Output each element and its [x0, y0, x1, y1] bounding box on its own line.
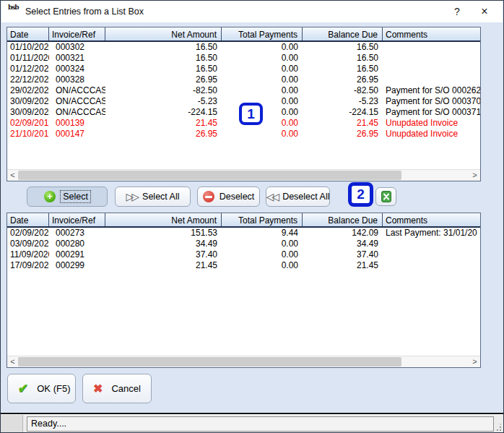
cell-ref: 000273: [49, 228, 105, 239]
ok-button[interactable]: ✔ OK (F5): [7, 374, 76, 403]
cell-date: 17/09/2020: [7, 260, 49, 271]
cell-date: 22/12/2020: [7, 74, 49, 85]
cell-paid: 0.00: [222, 74, 303, 85]
cell-date: 01/11/2020: [7, 53, 49, 64]
cell-ref: 000299: [49, 260, 105, 271]
export-to-excel-button[interactable]: [375, 187, 396, 206]
table-row[interactable]: 01/10/202000030216.500.0016.50: [7, 42, 480, 53]
table-row[interactable]: 03/09/202000028034.490.0034.49: [7, 239, 480, 249]
minus-circle-icon: [203, 191, 214, 202]
table-row[interactable]: 11/09/202000029137.400.0037.40: [7, 249, 480, 260]
deselect-all-button[interactable]: ◁◁ Deselect All: [266, 187, 330, 207]
double-left-chevron-icon: ◁◁: [266, 192, 278, 202]
scroll-right-icon[interactable]: >: [469, 170, 480, 181]
cell-paid: 0.00: [222, 85, 303, 96]
cell-due: 16.50: [303, 42, 383, 53]
cell-date: 30/09/2020: [7, 96, 49, 107]
cell-net: -224.15: [105, 107, 222, 118]
table-body: 02/09/2020000273151.539.44142.09Last Pay…: [7, 228, 480, 356]
cell-net: 26.95: [105, 129, 222, 140]
cell-comment: Unupdated Invoice: [383, 118, 480, 129]
resize-grip-icon[interactable]: [494, 424, 501, 431]
column-header[interactable]: Total Payments: [222, 213, 303, 226]
select-all-button[interactable]: ▷▷ Select All: [115, 187, 191, 207]
cell-date: 11/09/2020: [7, 249, 49, 260]
cell-due: 21.45: [303, 260, 383, 271]
column-header[interactable]: Net Amount: [105, 27, 222, 40]
cell-ref: ON/ACCCASH03: [49, 107, 105, 118]
cell-net: 21.45: [105, 118, 222, 129]
status-left-panel: [1, 415, 23, 433]
cell-ref: 000302: [49, 42, 105, 53]
select-entries-dialog: bsb Select Entries from a List Box ? × D…: [0, 0, 504, 433]
table-row[interactable]: 02/09/2020000273151.539.44142.09Last Pay…: [7, 228, 480, 239]
cell-due: 16.50: [303, 64, 383, 74]
annotation-badge-1: 1: [239, 103, 263, 125]
cancel-button[interactable]: ✖ Cancel: [82, 374, 152, 403]
scrollbar-thumb[interactable]: [18, 357, 401, 366]
cell-paid: 0.00: [222, 53, 303, 64]
title-bar[interactable]: bsb Select Entries from a List Box ? ×: [1, 1, 503, 22]
table-row[interactable]: 21/10/201900014726.950.0026.95Unupdated …: [7, 129, 480, 140]
selected-entries-table: DateInvoice/RefNet AmountTotal PaymentsB…: [6, 213, 481, 368]
column-header[interactable]: Balance Due: [303, 213, 383, 226]
column-header[interactable]: Comments: [383, 27, 480, 40]
column-header[interactable]: Balance Due: [303, 27, 383, 40]
cell-comment: Unupdated Invoice: [383, 129, 480, 140]
cell-comment: [383, 260, 480, 271]
table-row[interactable]: 01/11/202000032116.500.0016.50: [7, 53, 480, 64]
column-header[interactable]: Net Amount: [105, 213, 222, 226]
scroll-right-icon[interactable]: >: [469, 356, 480, 367]
select-button[interactable]: + Select: [27, 187, 108, 207]
column-header[interactable]: Invoice/Ref: [49, 27, 105, 40]
double-right-chevron-icon: ▷▷: [126, 192, 138, 202]
scroll-left-icon[interactable]: <: [7, 356, 18, 367]
scrollbar-thumb[interactable]: [18, 171, 401, 180]
cell-ref: ON/ACCCASH02: [49, 96, 105, 107]
column-header[interactable]: Date: [7, 27, 49, 40]
cell-date: 02/09/2019: [7, 118, 49, 129]
cross-icon: ✖: [93, 382, 103, 395]
annotation-badge-2: 2: [348, 182, 373, 207]
table-row[interactable]: 29/02/2020ON/ACCCASH01-82.500.00-82.50Pa…: [7, 85, 480, 96]
column-header[interactable]: Date: [7, 213, 49, 226]
cell-comment: [383, 239, 480, 249]
cell-ref: 000291: [49, 249, 105, 260]
cell-comment: [383, 249, 480, 260]
cell-date: 21/10/2019: [7, 129, 49, 140]
plus-circle-icon: +: [44, 191, 56, 202]
help-button[interactable]: ?: [448, 4, 466, 20]
horizontal-scrollbar[interactable]: < >: [7, 169, 480, 181]
column-header[interactable]: Total Payments: [222, 27, 303, 40]
cell-date: 01/10/2020: [7, 42, 49, 53]
cell-paid: 0.00: [222, 260, 303, 271]
app-icon: bsb: [8, 4, 22, 19]
deselect-button[interactable]: Deselect: [197, 187, 260, 207]
table-row[interactable]: 22/12/202000032826.950.0026.95: [7, 74, 480, 85]
cell-due: -5.23: [303, 96, 383, 107]
cell-ref: 000324: [49, 64, 105, 74]
column-header[interactable]: Invoice/Ref: [49, 213, 105, 226]
close-icon[interactable]: ×: [475, 4, 494, 20]
status-text: Ready....: [27, 416, 494, 432]
cell-comment: [383, 74, 480, 85]
cell-paid: 0.00: [222, 249, 303, 260]
scroll-left-icon[interactable]: <: [7, 170, 18, 181]
cell-net: 34.49: [105, 239, 222, 249]
cell-net: -82.50: [105, 85, 222, 96]
scrollbar-track[interactable]: [18, 356, 469, 367]
cell-due: 142.09: [303, 228, 383, 239]
cell-date: 02/09/2020: [7, 228, 49, 239]
cell-net: 21.45: [105, 260, 222, 271]
cell-net: 37.40: [105, 249, 222, 260]
horizontal-scrollbar[interactable]: < >: [7, 356, 480, 367]
cell-comment: Payment for S/O 000262: [383, 85, 480, 96]
column-header[interactable]: Comments: [383, 213, 480, 226]
scrollbar-track[interactable]: [18, 170, 469, 181]
cell-comment: Last Payment: 31/01/20: [383, 228, 480, 239]
table-row[interactable]: 17/09/202000029921.450.0021.45: [7, 260, 480, 271]
cell-comment: [383, 64, 480, 74]
cell-net: -5.23: [105, 96, 222, 107]
table-row[interactable]: 01/12/202000032416.500.0016.50: [7, 64, 480, 74]
cell-paid: 0.00: [222, 42, 303, 53]
